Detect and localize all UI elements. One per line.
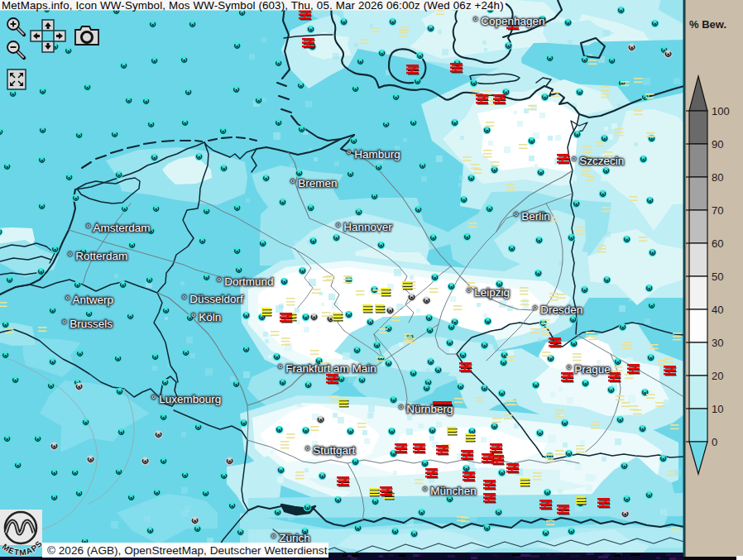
svg-text:° Copenhagen: ° Copenhagen [473, 15, 544, 27]
svg-text:° Antwerp: ° Antwerp [65, 294, 113, 306]
svg-text:° Stuttgart: ° Stuttgart [305, 444, 355, 457]
svg-text:° Dresden: ° Dresden [533, 304, 582, 316]
svg-text:70: 70 [712, 204, 723, 217]
svg-text:° Hannover: ° Hannover [336, 221, 392, 233]
svg-text:° Düsseldorf: ° Düsseldorf [182, 293, 243, 305]
svg-text:20: 20 [712, 370, 723, 382]
svg-text:100: 100 [712, 105, 730, 117]
svg-text:40: 40 [712, 304, 723, 316]
svg-text:° Köln: ° Köln [191, 311, 221, 323]
svg-text:0: 0 [712, 436, 717, 448]
svg-text:° Prague: ° Prague [567, 363, 611, 376]
svg-text:° München: ° München [423, 485, 477, 497]
svg-text:° Brussels: ° Brussels [62, 318, 113, 330]
svg-text:30: 30 [712, 337, 723, 349]
svg-text:° Zürich: ° Zürich [271, 532, 310, 544]
svg-text:° Bremen: ° Bremen [290, 177, 337, 189]
svg-text:° Luxembourg: ° Luxembourg [151, 393, 221, 405]
svg-text:50: 50 [712, 270, 723, 283]
svg-text:90: 90 [712, 138, 723, 151]
svg-text:° Szczecin: ° Szczecin [572, 155, 624, 167]
svg-text:° Nürnberg: ° Nürnberg [399, 403, 453, 415]
svg-text:© 2026 (AGB), OpenStreetMap, D: © 2026 (AGB), OpenStreetMap, Deutscher W… [47, 544, 328, 557]
svg-text:10: 10 [712, 403, 723, 415]
svg-text:60: 60 [712, 237, 723, 250]
svg-text:° Rotterdam: ° Rotterdam [68, 250, 127, 262]
svg-text:80: 80 [712, 171, 723, 184]
svg-text:° Hamburg: ° Hamburg [347, 148, 400, 160]
svg-text:° Frankfurt am Main: ° Frankfurt am Main [278, 362, 376, 375]
svg-text:% Bew.: % Bew. [689, 18, 726, 31]
svg-text:MetMaps.info, Icon WW-Symbol,: MetMaps.info, Icon WW-Symbol, Mos WW-Sym… [2, 0, 504, 12]
svg-text:° Berlin: ° Berlin [514, 210, 550, 223]
svg-text:° Dortmund: ° Dortmund [217, 275, 273, 288]
svg-text:° Leipzig: ° Leipzig [467, 286, 510, 299]
svg-text:° Amsterdam: ° Amsterdam [86, 222, 150, 234]
